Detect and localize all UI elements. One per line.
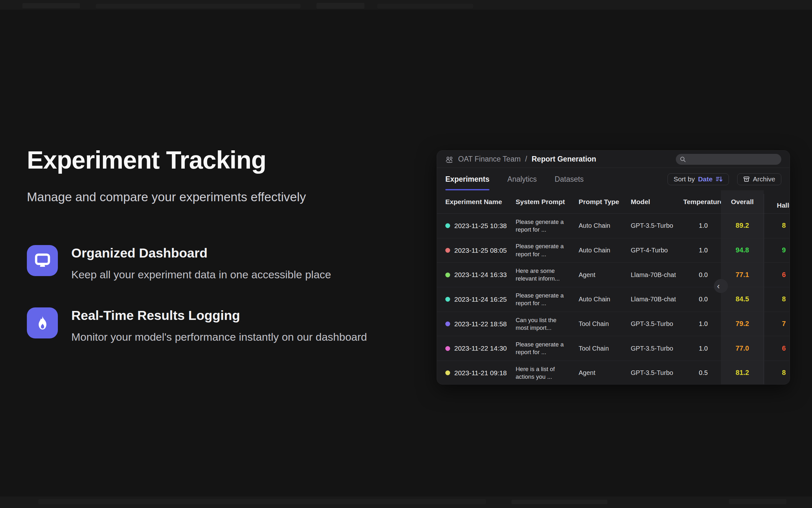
temperature: 0.5 xyxy=(686,361,721,384)
tab-datasets[interactable]: Datasets xyxy=(555,168,584,190)
sort-order-icon xyxy=(716,176,723,182)
prompt-type: Agent xyxy=(579,361,631,384)
experiment-name: 2023-11-24 16:33 xyxy=(454,271,507,279)
hallucination-score: 8 xyxy=(764,214,790,238)
tab-bar: Experiments Analytics Datasets Sort by D… xyxy=(437,168,790,190)
status-dot xyxy=(445,322,450,326)
status-dot xyxy=(445,248,450,253)
tab-label: Analytics xyxy=(507,175,537,184)
feature-title: Organized Dashboard xyxy=(71,246,331,261)
archive-label: Archive xyxy=(753,175,775,183)
status-dot xyxy=(445,346,450,351)
status-dot xyxy=(445,371,450,375)
temperature: 1.0 xyxy=(686,214,721,238)
model: GPT-4-Turbo xyxy=(631,238,686,263)
system-prompt: Can you list the most import... xyxy=(516,312,579,336)
table-row[interactable]: 2023-11-21 09:18 Here is a list of actio… xyxy=(437,361,790,384)
overall-score: 79.2 xyxy=(721,312,764,336)
column-header-prompt-type[interactable]: Prompt Type xyxy=(579,190,631,213)
column-header-experiment-name[interactable]: Experiment Name xyxy=(437,190,516,213)
prompt-type: Tool Chain xyxy=(579,336,631,361)
window-edge-artifact xyxy=(96,4,300,8)
model: Llama-70B-chat xyxy=(631,287,686,311)
sort-value-label: Date xyxy=(698,175,713,183)
table-row[interactable]: 2023-11-25 10:38 Please generate a repor… xyxy=(437,214,790,238)
bottom-window-edge xyxy=(0,497,812,508)
tab-analytics[interactable]: Analytics xyxy=(507,168,537,190)
window-edge-artifact xyxy=(377,4,473,8)
window-edge-artifact xyxy=(729,499,786,504)
hallucination-score: 9 xyxy=(764,238,790,263)
system-prompt: Please generate a report for ... xyxy=(516,214,579,238)
system-prompt: Please generate a report for ... xyxy=(516,238,579,263)
table-row[interactable]: 2023-11-24 16:33 Here are some relevant … xyxy=(437,263,790,287)
status-dot xyxy=(445,297,450,302)
search-input[interactable] xyxy=(688,156,777,163)
system-prompt: Here are some relevant inform... xyxy=(516,263,579,287)
column-header-temperature[interactable]: Temperature xyxy=(686,190,721,213)
search-icon xyxy=(680,156,686,163)
active-tab-underline xyxy=(445,189,489,190)
model: Llama-70B-chat xyxy=(631,263,686,287)
overall-score: 94.8 xyxy=(721,238,764,263)
breadcrumb: OAT Finance Team / Report Generation xyxy=(445,155,596,164)
team-icon xyxy=(445,156,453,163)
experiment-name: 2023-11-22 18:58 xyxy=(454,320,507,328)
column-header-overall[interactable]: Overall xyxy=(721,190,764,213)
experiment-dashboard-card: OAT Finance Team / Report Generation Exp… xyxy=(437,151,790,384)
tab-experiments[interactable]: Experiments xyxy=(445,168,489,190)
column-collapse-handle[interactable]: ‹ xyxy=(714,279,728,293)
feature-organized-dashboard: Organized Dashboard Keep all your experi… xyxy=(27,245,331,281)
prompt-type: Auto Chain xyxy=(579,214,631,238)
column-header-model[interactable]: Model xyxy=(631,190,686,213)
column-header-hallucination[interactable]: Hallu xyxy=(764,194,790,217)
system-prompt: Please generate a report for ... xyxy=(516,287,579,311)
overall-score: 81.2 xyxy=(721,361,764,384)
experiment-name: 2023-11-21 09:18 xyxy=(454,369,507,377)
archive-button[interactable]: Archive xyxy=(737,173,781,185)
column-header-system-prompt[interactable]: System Prompt xyxy=(516,190,579,213)
temperature: 1.0 xyxy=(686,312,721,336)
window-edge-artifact xyxy=(512,500,607,504)
tab-label: Datasets xyxy=(555,175,584,184)
sort-by-button[interactable]: Sort by Date xyxy=(668,173,729,185)
feature-realtime-logging: Real-Time Results Logging Monitor your m… xyxy=(27,307,367,343)
page-subtitle: Manage and compare your experiments effe… xyxy=(27,190,417,204)
window-edge-artifact xyxy=(38,499,486,504)
table-row[interactable]: 2023-11-25 08:05 Please generate a repor… xyxy=(437,238,790,263)
page-title: Experiment Tracking xyxy=(27,147,417,173)
chevron-left-icon: ‹ xyxy=(717,281,720,291)
overall-score: 84.5 xyxy=(721,287,764,311)
overall-score: 77.0 xyxy=(721,336,764,361)
flame-icon xyxy=(27,307,58,338)
overall-score: 89.2 xyxy=(721,214,764,238)
temperature: 1.0 xyxy=(686,336,721,361)
model: GPT-3.5-Turbo xyxy=(631,361,686,384)
model: GPT-3.5-Turbo xyxy=(631,312,686,336)
system-prompt: Here is a list of actions you ... xyxy=(516,361,579,384)
table-row[interactable]: 2023-11-22 18:58 Can you list the most i… xyxy=(437,312,790,337)
hallucination-score: 6 xyxy=(764,336,790,361)
feature-description: Monitor your model's performance instant… xyxy=(71,331,367,343)
breadcrumb-separator: / xyxy=(525,155,527,164)
status-dot xyxy=(445,223,450,228)
hallucination-score: 6 xyxy=(764,263,790,287)
breadcrumb-project[interactable]: Report Generation xyxy=(532,155,596,164)
prompt-type: Auto Chain xyxy=(579,238,631,263)
feature-title: Real-Time Results Logging xyxy=(71,308,367,323)
hero-section: Experiment Tracking Manage and compare y… xyxy=(27,147,417,204)
prompt-type: Agent xyxy=(579,263,631,287)
sort-prefix-label: Sort by xyxy=(674,175,695,183)
table-header-row: Experiment Name System Prompt Prompt Typ… xyxy=(437,190,790,214)
temperature: 1.0 xyxy=(686,238,721,263)
experiment-name: 2023-11-24 16:25 xyxy=(454,296,507,303)
model: GPT-3.5-Turbo xyxy=(631,336,686,361)
table-row[interactable]: 2023-11-22 14:30 Please generate a repor… xyxy=(437,336,790,361)
prompt-type: Tool Chain xyxy=(579,312,631,336)
monitor-icon xyxy=(27,245,58,276)
search-box[interactable] xyxy=(676,154,781,165)
status-dot xyxy=(445,272,450,278)
breadcrumb-team[interactable]: OAT Finance Team xyxy=(458,155,521,164)
table-row[interactable]: 2023-11-24 16:25 Please generate a repor… xyxy=(437,287,790,312)
tab-label: Experiments xyxy=(445,175,489,184)
